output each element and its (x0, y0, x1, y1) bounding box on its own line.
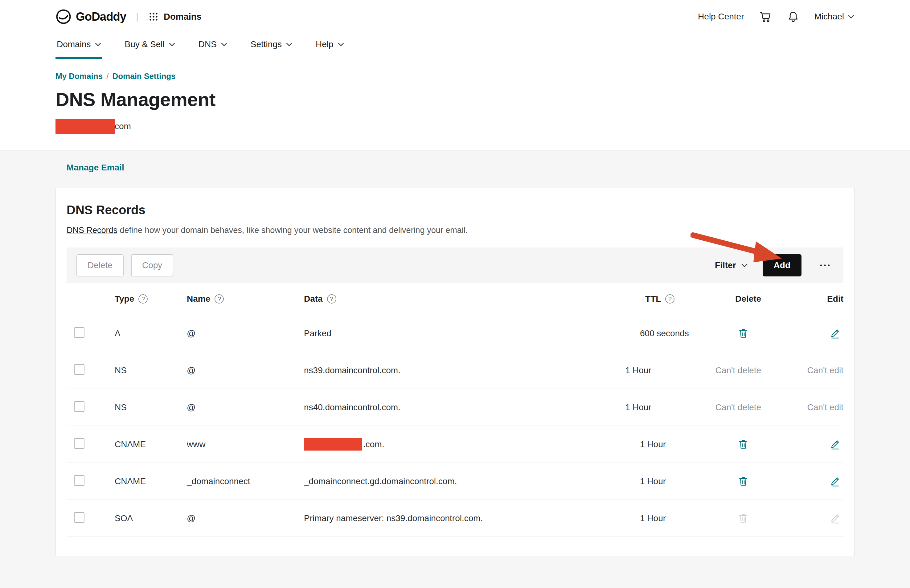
dns-records-link[interactable]: DNS Records (66, 226, 118, 235)
row-delete-cell: Can't delete (716, 402, 807, 412)
row-delete-cell (730, 510, 822, 527)
chevron-down-icon (741, 263, 748, 268)
brand-name: GoDaddy (76, 10, 126, 23)
row-type: NS (115, 365, 187, 375)
tab-dns[interactable]: DNS (197, 33, 228, 59)
row-name: @ (187, 365, 304, 375)
dns-table-header: Type ? Name ? Data ? TTL ? (66, 283, 844, 315)
domain-suffix: com (115, 121, 131, 131)
row-ttl: 1 Hour (640, 514, 730, 523)
row-data: ns39.domaincontrol.com. (304, 365, 626, 375)
row-checkbox[interactable] (74, 401, 84, 412)
help-icon[interactable]: ? (138, 294, 148, 304)
add-button[interactable]: Add (763, 254, 802, 276)
row-checkbox[interactable] (74, 475, 84, 486)
masthead-right: Help Center Michael (698, 10, 855, 23)
column-name: Name ? (187, 294, 304, 304)
row-edit-cell (822, 473, 844, 490)
trash-icon[interactable] (735, 325, 752, 342)
user-menu[interactable]: Michael (815, 12, 855, 21)
help-icon[interactable]: ? (327, 294, 336, 304)
column-edit: Edit (827, 294, 844, 304)
chevron-down-icon (338, 42, 344, 47)
ellipsis-icon[interactable] (816, 257, 834, 274)
row-data: ns40.domaincontrol.com. (304, 402, 626, 412)
tab-buy-sell[interactable]: Buy & Sell (123, 33, 176, 59)
table-row: A @ Parked 600 seconds (66, 315, 844, 352)
brand-area: GoDaddy | Domains (55, 9, 202, 25)
filter-dropdown[interactable]: Filter (715, 260, 748, 270)
chevron-down-icon (221, 42, 227, 47)
row-ttl: 600 seconds (640, 328, 730, 338)
pencil-icon[interactable] (827, 473, 844, 490)
row-checkbox[interactable] (74, 438, 84, 449)
delete-button[interactable]: Delete (76, 254, 124, 276)
row-edit-cell (822, 325, 844, 342)
redacted-data-block (304, 438, 362, 451)
manage-email-link[interactable]: Manage Email (66, 163, 124, 173)
dns-records-description-text: define how your domain behaves, like sho… (118, 226, 468, 235)
content-section: Manage Email DNS Records DNS Records def… (0, 150, 910, 588)
trash-icon[interactable] (735, 436, 752, 453)
breadcrumb-separator: / (107, 71, 108, 81)
help-icon[interactable]: ? (665, 294, 674, 304)
tab-label: Help (316, 39, 333, 49)
row-edit-cell (822, 436, 844, 453)
row-type: SOA (115, 514, 187, 523)
row-ttl: 1 Hour (640, 477, 730, 486)
cart-icon[interactable] (759, 10, 772, 23)
godaddy-logo-icon (55, 9, 71, 25)
help-center-link[interactable]: Help Center (698, 12, 744, 21)
row-data: .com. (304, 438, 640, 451)
top-section: GoDaddy | Domains Help Center (0, 0, 910, 150)
help-icon[interactable]: ? (215, 294, 224, 304)
row-delete-cell (730, 473, 822, 490)
row-data: Parked (304, 328, 640, 338)
column-data: Data ? (304, 294, 645, 304)
app-switcher[interactable]: Domains (148, 11, 201, 22)
action-unavailable-label: Can't edit (807, 365, 844, 375)
chevron-down-icon (286, 42, 292, 47)
main-nav: Domains Buy & Sell DNS Settings Help (0, 33, 910, 59)
chevron-down-icon (169, 42, 175, 47)
row-data: _domainconnect.gd.domaincontrol.com. (304, 477, 640, 486)
tab-label: Domains (57, 39, 91, 49)
row-checkbox[interactable] (74, 512, 84, 523)
page: GoDaddy | Domains Help Center (0, 0, 910, 588)
row-type: CNAME (115, 477, 187, 486)
row-type: NS (115, 402, 187, 412)
dns-toolbar: Delete Copy Filter Add (66, 247, 844, 283)
column-ttl: TTL ? (645, 294, 735, 304)
breadcrumb: My Domains/Domain Settings (0, 71, 910, 81)
breadcrumb-my-domains[interactable]: My Domains (55, 71, 103, 81)
tab-help[interactable]: Help (314, 33, 345, 59)
row-delete-cell (730, 325, 822, 342)
tab-domains[interactable]: Domains (55, 33, 102, 59)
pencil-icon[interactable] (827, 325, 844, 342)
pencil-icon (827, 510, 844, 527)
filter-label: Filter (715, 260, 736, 270)
row-name: @ (187, 402, 304, 412)
godaddy-logo[interactable]: GoDaddy (55, 9, 126, 25)
row-checkbox[interactable] (74, 327, 84, 338)
column-delete: Delete (735, 294, 827, 304)
page-title: DNS Management (0, 89, 910, 110)
chevron-down-icon (848, 15, 855, 19)
table-row: NS @ ns40.domaincontrol.com. 1 Hour Can'… (66, 389, 844, 426)
row-ttl: 1 Hour (640, 439, 730, 449)
masthead-divider: | (136, 11, 138, 22)
tab-label: Buy & Sell (124, 39, 164, 49)
bell-icon[interactable] (787, 10, 800, 23)
copy-button[interactable]: Copy (131, 254, 173, 276)
action-unavailable-label: Can't delete (716, 402, 761, 412)
tab-settings[interactable]: Settings (249, 33, 294, 59)
row-edit-cell: Can't edit (807, 365, 844, 375)
trash-icon[interactable] (735, 473, 752, 490)
masthead: GoDaddy | Domains Help Center (0, 0, 910, 29)
pencil-icon[interactable] (827, 436, 844, 453)
toolbar-right: Filter Add (715, 254, 834, 276)
row-delete-cell (730, 436, 822, 453)
breadcrumb-domain-settings[interactable]: Domain Settings (112, 71, 175, 81)
action-unavailable-label: Can't delete (716, 365, 761, 375)
row-checkbox[interactable] (74, 364, 84, 375)
